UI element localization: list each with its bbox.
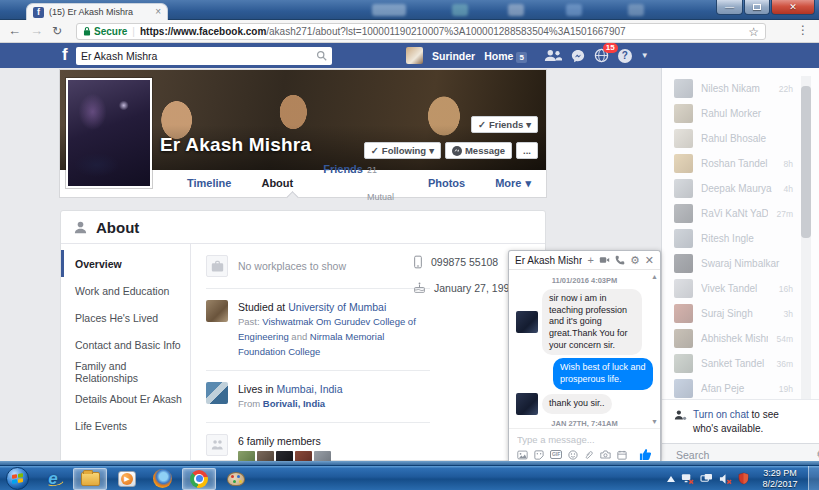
- secure-label: Secure: [94, 26, 127, 37]
- chat-settings-gear-icon[interactable]: ⚙: [630, 255, 640, 266]
- contact-row[interactable]: Rahul Morker: [662, 101, 819, 126]
- family-member-thumbnail[interactable]: [238, 451, 255, 461]
- chat-gif-icon[interactable]: GIF: [550, 450, 562, 459]
- about-nav-contact-basic-info[interactable]: Contact and Basic Info: [61, 331, 190, 358]
- secure-indicator[interactable]: Secure: [83, 26, 127, 37]
- chat-photo-icon[interactable]: [517, 450, 528, 460]
- sidebar-scrollbar-thumb[interactable]: [801, 86, 811, 238]
- browser-menu-icon[interactable]: ⋮: [797, 23, 809, 37]
- contact-row[interactable]: Ritesh Ingle: [662, 226, 819, 251]
- contact-row[interactable]: Deepak Maurya4h: [662, 176, 819, 201]
- taskbar-firefox[interactable]: [147, 468, 177, 490]
- tray-security-shield-icon[interactable]: [738, 472, 749, 485]
- taskbar-windows-explorer[interactable]: [73, 468, 107, 490]
- tray-volume-icon[interactable]: [719, 473, 732, 485]
- message-button[interactable]: Message: [445, 142, 512, 159]
- chat-like-icon[interactable]: [639, 448, 652, 461]
- more-actions-button[interactable]: ...: [516, 142, 538, 159]
- help-icon[interactable]: ?: [618, 49, 632, 63]
- family-member-thumbnail[interactable]: [295, 451, 312, 461]
- tab-photos[interactable]: Photos: [413, 170, 480, 197]
- chat-add-person-icon[interactable]: +: [587, 255, 593, 266]
- education-thumbnail[interactable]: [206, 300, 228, 322]
- about-nav-life-events[interactable]: Life Events: [61, 412, 190, 439]
- messenger-icon[interactable]: [571, 49, 585, 63]
- about-nav-details[interactable]: Details About Er Akash: [61, 385, 190, 412]
- chat-emoji-icon[interactable]: [568, 450, 578, 460]
- friend-requests-icon[interactable]: [544, 49, 562, 62]
- contact-row[interactable]: Roshan Tandel8h: [662, 151, 819, 176]
- facebook-logo[interactable]: f: [62, 45, 68, 65]
- notifications-icon[interactable]: 15: [594, 48, 609, 63]
- family-member-thumbnail[interactable]: [276, 451, 293, 461]
- chat-video-call-icon[interactable]: [599, 256, 610, 264]
- forward-button[interactable]: →: [30, 22, 43, 40]
- profile-picture[interactable]: [66, 78, 152, 188]
- tray-expand-icon[interactable]: [667, 476, 675, 482]
- search-icon[interactable]: [316, 50, 327, 61]
- tab-friends[interactable]: Friends21 Mutual: [308, 156, 413, 211]
- from-link[interactable]: Borivali, India: [263, 398, 325, 409]
- contact-row[interactable]: Suraj Singh3h: [662, 301, 819, 326]
- tray-clock[interactable]: 3:29 PM 8/2/2017: [755, 468, 805, 490]
- user-name-link[interactable]: Surinder: [432, 50, 475, 62]
- contact-row[interactable]: Afan Peje19h: [662, 376, 819, 401]
- user-avatar[interactable]: [406, 47, 423, 64]
- facebook-search-input[interactable]: [81, 50, 316, 62]
- browser-tab[interactable]: f (15) Er Akash Mishra ×: [26, 3, 168, 20]
- about-nav-overview[interactable]: Overview: [61, 250, 190, 277]
- address-bar[interactable]: Secure | https://www.facebook.com/akash2…: [76, 23, 766, 40]
- show-desktop-button[interactable]: [808, 466, 819, 490]
- maximize-button[interactable]: [744, 0, 770, 15]
- contact-row[interactable]: Abhishek Mishra54m: [662, 326, 819, 351]
- contact-row[interactable]: Sanket Tandel36m: [662, 351, 819, 376]
- chat-header[interactable]: Er Akash Mishra + ⚙ ✕: [509, 251, 660, 270]
- friends-button[interactable]: ✓ Friends ▾: [471, 116, 538, 133]
- contact-row[interactable]: Vivek Tandel16h: [662, 276, 819, 301]
- tab-timeline[interactable]: Timeline: [172, 170, 246, 197]
- chat-sticker-icon[interactable]: [534, 450, 544, 460]
- university-link[interactable]: University of Mumbai: [288, 301, 386, 313]
- back-button[interactable]: ←: [8, 22, 21, 40]
- chat-close-icon[interactable]: ✕: [645, 255, 654, 266]
- tab-close-icon[interactable]: ×: [155, 7, 161, 17]
- sidebar-search-input[interactable]: [676, 449, 811, 461]
- close-button[interactable]: ✕: [771, 0, 815, 15]
- chat-plan-icon[interactable]: [617, 450, 627, 460]
- family-member-thumbnail[interactable]: [314, 451, 331, 461]
- contact-row[interactable]: Swaraj Nimbalkar: [662, 251, 819, 276]
- chat-attach-icon[interactable]: [584, 450, 594, 460]
- account-menu-caret-icon[interactable]: ▼: [641, 51, 649, 60]
- taskbar-internet-explorer[interactable]: e: [38, 468, 68, 490]
- chat-scroll-up-icon[interactable]: ▲: [651, 273, 658, 280]
- tray-sync-icon[interactable]: [700, 473, 713, 484]
- turn-on-chat-link[interactable]: Turn on chat: [693, 409, 749, 420]
- reload-button[interactable]: ↻: [52, 22, 62, 40]
- bookmark-star-icon[interactable]: ☆: [748, 25, 759, 39]
- contact-row[interactable]: RaVi KaNt YaDav27m: [662, 201, 819, 226]
- chat-scroll-down-icon[interactable]: ▼: [651, 418, 658, 425]
- sidebar-scrollbar[interactable]: [801, 76, 811, 448]
- lives-link[interactable]: Mumbai, India: [277, 383, 343, 395]
- about-nav-work-education[interactable]: Work and Education: [61, 277, 190, 304]
- chat-camera-icon[interactable]: [600, 450, 611, 459]
- facebook-search[interactable]: [76, 47, 332, 65]
- chat-voice-call-icon[interactable]: [615, 255, 625, 265]
- tab-about[interactable]: About: [246, 170, 308, 197]
- about-nav-places-lived[interactable]: Places He's Lived: [61, 304, 190, 331]
- tab-more[interactable]: More▾: [480, 170, 546, 197]
- start-button[interactable]: [6, 467, 29, 490]
- contact-row[interactable]: Nilesh Nikam22h: [662, 76, 819, 101]
- tray-network-icon[interactable]: [681, 473, 694, 485]
- taskbar-media-player[interactable]: ▶: [112, 468, 142, 490]
- city-thumbnail[interactable]: [206, 382, 228, 404]
- taskbar-paint[interactable]: [221, 468, 251, 490]
- chat-title[interactable]: Er Akash Mishra: [515, 255, 582, 266]
- family-member-thumbnail[interactable]: [257, 451, 274, 461]
- contact-row[interactable]: Rahul Bhosale: [662, 126, 819, 151]
- taskbar-chrome[interactable]: [182, 468, 216, 490]
- home-link[interactable]: Home5: [484, 50, 527, 62]
- about-nav-family-relationships[interactable]: Family and Relationships: [61, 358, 190, 385]
- minimize-button[interactable]: —: [716, 0, 743, 15]
- chat-message-input[interactable]: [509, 431, 660, 446]
